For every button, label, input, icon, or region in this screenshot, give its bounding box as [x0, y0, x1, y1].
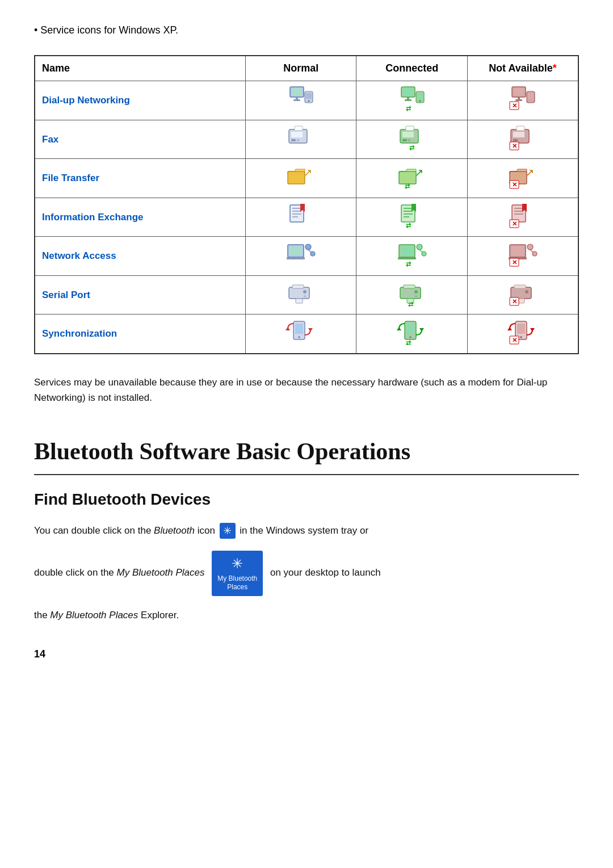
svg-marker-122 — [530, 328, 535, 332]
svg-text:✕: ✕ — [511, 337, 517, 343]
bt-places-star: ✳ — [232, 555, 243, 572]
svg-rect-24 — [291, 132, 303, 137]
svg-text:⇄: ⇄ — [408, 301, 413, 307]
icon-sync-normal — [245, 315, 356, 354]
svg-rect-18 — [515, 99, 522, 101]
svg-rect-108 — [295, 324, 303, 334]
svg-rect-113 — [406, 324, 414, 334]
svg-rect-5 — [306, 93, 312, 99]
svg-text:⇄: ⇄ — [405, 222, 411, 229]
svg-rect-27 — [295, 126, 303, 131]
col-header-connected: Connected — [356, 56, 468, 81]
icon-filetransfer-connected: ↗ ⇄ — [356, 159, 468, 198]
svg-text:✕: ✕ — [511, 259, 517, 266]
svg-marker-115 — [397, 327, 401, 330]
bt-places-label2: Places — [227, 583, 247, 592]
section-title: Bluetooth Software Basic Operations — [34, 434, 579, 475]
table-row: Information Exchange — [35, 198, 578, 237]
icon-sync-connected: ⇄ — [356, 315, 468, 354]
svg-rect-12 — [417, 93, 423, 99]
icon-networkaccess-notavail: ✕ — [467, 237, 578, 276]
icon-infoexchange-normal — [245, 198, 356, 237]
icon-filetransfer-notavail: ↗ ✕ — [467, 159, 578, 198]
svg-rect-37 — [517, 126, 524, 131]
para3-italic: My Bluetooth Places — [50, 610, 138, 620]
svg-rect-25 — [291, 139, 296, 141]
svg-text:✕: ✕ — [511, 181, 517, 188]
para1-italic: Bluetooth — [154, 525, 195, 536]
svg-text:⇄: ⇄ — [404, 183, 410, 190]
icon-infoexchange-connected: ⇄ — [356, 198, 468, 237]
svg-rect-76 — [401, 246, 413, 255]
icon-serialport-connected: ⇄ — [356, 275, 468, 315]
service-name-fax: Fax — [35, 120, 245, 159]
svg-text:✕: ✕ — [511, 220, 517, 227]
svg-point-73 — [310, 251, 315, 256]
svg-rect-40 — [288, 171, 305, 184]
para1-pre: You can double click on the — [34, 525, 154, 536]
svg-rect-32 — [406, 126, 414, 131]
icon-fax-notavail: ✕ — [467, 120, 578, 159]
svg-point-13 — [419, 100, 421, 102]
svg-rect-2 — [296, 97, 298, 99]
svg-point-120 — [520, 336, 522, 338]
svg-rect-92 — [296, 299, 303, 303]
icon-fax-connected: ⇄ — [356, 120, 468, 159]
svg-line-87 — [530, 250, 533, 252]
table-row: Fax ⇄ — [35, 120, 578, 159]
svg-marker-110 — [285, 327, 290, 330]
svg-rect-10 — [405, 99, 412, 101]
col-header-normal: Normal — [245, 56, 356, 81]
asterisk-symbol: * — [553, 62, 557, 74]
svg-rect-42 — [399, 171, 416, 184]
para-bluetooth-icon: You can double click on the Bluetooth ic… — [34, 523, 579, 539]
service-name-dialup: Dial-up Networking — [35, 81, 245, 120]
svg-text:⇄: ⇄ — [409, 144, 414, 151]
table-row: Dial-up Networking — [35, 81, 578, 120]
svg-point-104 — [525, 290, 528, 293]
svg-rect-96 — [404, 285, 415, 288]
svg-text:↗: ↗ — [415, 167, 423, 178]
svg-point-86 — [532, 251, 537, 256]
icon-sync-notavail: ✕ — [467, 315, 578, 354]
para-explorer: the My Bluetooth Places Explorer. — [34, 607, 579, 624]
icon-infoexchange-notavail: ✕ — [467, 198, 578, 237]
service-name-filetransfer: File Transfer — [35, 159, 245, 198]
subsection-title: Find Bluetooth Devices — [34, 488, 579, 511]
icon-fax-normal — [245, 120, 356, 159]
bluetooth-tray-icon — [220, 523, 236, 539]
svg-point-99 — [415, 295, 417, 297]
svg-text:✕: ✕ — [511, 102, 517, 109]
svg-point-98 — [414, 290, 418, 293]
service-icons-table: Name Normal Connected Not Available* Dia… — [34, 55, 579, 354]
svg-point-78 — [417, 244, 422, 250]
svg-point-85 — [527, 244, 533, 250]
svg-rect-9 — [407, 97, 409, 99]
para3-post: Explorer. — [138, 610, 179, 620]
svg-point-79 — [422, 251, 426, 256]
svg-text:↗: ↗ — [304, 167, 312, 178]
para2-italic: My Bluetooth Places — [117, 567, 205, 578]
svg-rect-16 — [514, 88, 523, 95]
svg-point-6 — [308, 100, 310, 102]
icon-filetransfer-normal: ↗ — [245, 159, 356, 198]
para2-post: on your desktop to launch — [270, 567, 381, 578]
icon-dialup-connected: ⇄ — [356, 81, 468, 120]
svg-rect-20 — [528, 93, 534, 99]
my-bluetooth-places-icon: ✳ My Bluetooth Places — [212, 551, 263, 596]
svg-rect-119 — [517, 324, 525, 334]
table-row: File Transfer ↗ ↗ ⇄ — [35, 159, 578, 198]
svg-rect-29 — [402, 132, 414, 137]
icon-serialport-notavail: ✕ — [467, 275, 578, 315]
para2-pre: double click on the — [34, 567, 117, 578]
svg-text:⇄: ⇄ — [405, 261, 411, 267]
svg-text:↗: ↗ — [526, 167, 534, 178]
svg-marker-111 — [308, 328, 313, 332]
svg-rect-77 — [398, 257, 416, 259]
para1-end: in the Windows system tray or — [240, 525, 368, 536]
svg-point-94 — [304, 295, 306, 297]
svg-point-93 — [303, 290, 306, 293]
svg-rect-1 — [292, 88, 301, 95]
svg-rect-101 — [511, 287, 531, 299]
service-name-networkaccess: Network Access — [35, 237, 245, 276]
